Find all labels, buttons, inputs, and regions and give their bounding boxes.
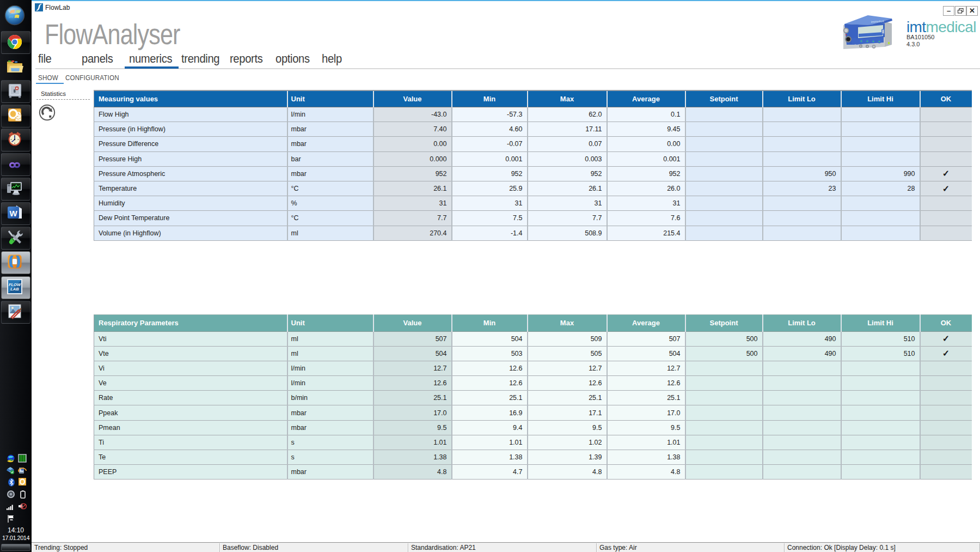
svg-text:LAB: LAB xyxy=(10,287,19,292)
svg-text:W: W xyxy=(9,209,17,218)
